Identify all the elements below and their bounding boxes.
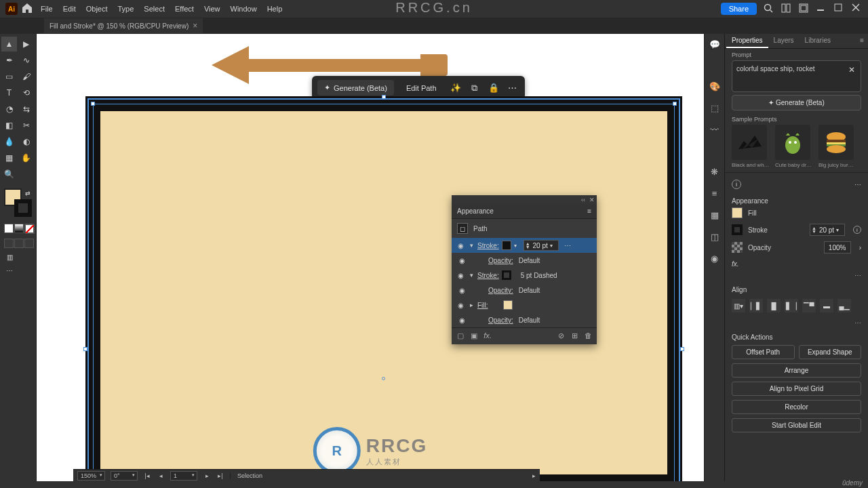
visibility-icon[interactable]: ◉ (456, 302, 465, 309)
duplicate-item-icon[interactable]: ⊞ (570, 331, 579, 341)
draw-inside-icon[interactable] (24, 239, 34, 248)
direct-selection-tool[interactable]: ▶ (18, 37, 34, 52)
arrange-button[interactable]: Arrange (732, 363, 861, 378)
zoom-tool[interactable]: 🔍 (1, 167, 17, 182)
tab-properties[interactable]: Properties (726, 34, 768, 48)
color-mode-solid[interactable] (4, 224, 14, 233)
symbols-panel-icon[interactable]: ❋ (709, 165, 721, 178)
canvas[interactable]: ✦Generate (Beta) Edit Path ✨ ⧉ 🔒 ⋯ (37, 34, 704, 481)
tab-layers[interactable]: Layers (768, 34, 800, 48)
prop-stroke-row[interactable]: Stroke ▲▼ ▾ i (732, 221, 861, 239)
document-tab[interactable]: Fill and Stroke* @ 150 % (RGB/CPU Previe… (44, 18, 203, 33)
curvature-tool[interactable]: ∿ (18, 53, 34, 68)
menu-object[interactable]: Object (86, 5, 108, 13)
prompt-input[interactable]: colorful space ship, rocket ✕ (732, 60, 861, 92)
tab-libraries[interactable]: Libraries (800, 34, 836, 48)
last-artboard-icon[interactable]: ▸| (216, 472, 224, 479)
type-tool[interactable]: T (1, 85, 17, 100)
weight-dropdown-icon[interactable]: ▾ (550, 243, 557, 249)
row-more-icon[interactable]: ⋯ (564, 242, 571, 249)
expand-shape-button[interactable]: Expand Shape (799, 345, 862, 359)
maximize-icon[interactable] (834, 3, 845, 14)
align-vcenter-icon[interactable]: ▬ (820, 299, 833, 312)
stroke-color-swatch[interactable] (14, 199, 32, 217)
more-dots-icon[interactable]: ⋯ (854, 181, 861, 188)
generate-beta-button[interactable]: ✦ Generate (Beta) (732, 95, 861, 110)
selection-handle[interactable] (83, 347, 87, 351)
menu-type[interactable]: Type (118, 5, 134, 13)
menu-help[interactable]: Help (267, 5, 283, 13)
lock-icon[interactable]: 🔒 (487, 81, 500, 95)
stroke-label[interactable]: Stroke: (477, 272, 499, 279)
rectangle-tool[interactable]: ▭ (1, 69, 17, 84)
minimize-icon[interactable] (816, 3, 827, 14)
stroke-color-swatch[interactable] (502, 241, 511, 250)
panel-close-icon[interactable]: ✕ (589, 197, 595, 203)
align-more-icon[interactable]: ⋯ (732, 318, 861, 328)
fill-stroke-control[interactable]: ⇄ (4, 188, 32, 217)
offset-path-button[interactable]: Offset Path (732, 345, 795, 359)
screen-mode-icon[interactable]: ▥ (4, 253, 15, 263)
stroke-weight-input[interactable] (817, 226, 836, 234)
retype-icon[interactable]: ✨ (449, 81, 462, 95)
add-effect-icon[interactable]: fx. (483, 331, 492, 341)
selection-handle[interactable] (91, 102, 95, 106)
appearance-stroke2-opacity[interactable]: ◉ Opacity: Default (452, 283, 597, 298)
selection-handle[interactable] (382, 95, 386, 99)
more-icon[interactable]: ⋯ (506, 81, 519, 95)
fill-color-swatch[interactable] (503, 300, 513, 310)
stroke-weight-input[interactable] (531, 242, 550, 249)
comments-icon[interactable]: 💬 (709, 38, 721, 50)
appearance-stroke-row-1[interactable]: ◉ ▾ Stroke: ▾ ▲▼ ▾ ⋯ (452, 238, 597, 253)
menu-edit[interactable]: Edit (63, 5, 76, 13)
align-left-icon[interactable]: ▏▋ (749, 299, 763, 312)
draw-behind-icon[interactable] (14, 239, 24, 248)
visibility-icon[interactable]: ◉ (456, 242, 465, 249)
align-top-icon[interactable]: ▔▀ (802, 299, 816, 312)
eyedropper-tool[interactable]: 💧 (1, 134, 17, 149)
align-to-select[interactable]: ▥▾ (732, 299, 745, 312)
global-edit-button[interactable]: Start Global Edit (732, 418, 861, 432)
gradient-panel-icon[interactable]: ▦ (709, 209, 721, 221)
color-mode-gradient[interactable] (14, 224, 24, 233)
artboard-tool[interactable]: ▦ (1, 150, 17, 165)
sample-prompt-3[interactable]: Big juicy burger... (818, 125, 856, 168)
menu-select[interactable]: Select (144, 5, 165, 13)
opacity-expand-icon[interactable]: › (859, 244, 861, 251)
expand-icon[interactable]: ▾ (468, 242, 475, 249)
stroke-info-icon[interactable]: i (853, 226, 861, 234)
first-artboard-icon[interactable]: |◂ (143, 472, 151, 479)
color-dropdown-icon[interactable]: ▾ (514, 243, 521, 249)
appearance-panel-icon[interactable]: ◉ (709, 252, 721, 264)
scissors-tool[interactable]: ✂ (18, 118, 34, 133)
generate-button[interactable]: ✦Generate (Beta) (317, 80, 394, 96)
visibility-icon[interactable]: ◉ (457, 317, 467, 324)
align-right-icon[interactable]: ▋▕ (785, 299, 798, 312)
align-bottom-icon[interactable]: ▄▁ (837, 299, 851, 312)
width-tool[interactable]: ⇆ (18, 102, 34, 117)
selection-handle[interactable] (673, 102, 677, 106)
fx-row[interactable]: fx. (732, 256, 861, 270)
selection-tool[interactable]: ▲ (1, 37, 17, 52)
sample-prompt-2[interactable]: Cute baby drag... (775, 125, 813, 168)
swatches-panel-icon[interactable]: ⬚ (709, 102, 721, 114)
sample-prompt-1[interactable]: Black and white... (732, 125, 770, 168)
opacity-swatch[interactable] (732, 242, 743, 253)
stroke-weight-stepper[interactable]: ▲▼ ▾ (524, 240, 559, 251)
draw-normal-icon[interactable] (4, 239, 14, 248)
appearance-stroke-row-2[interactable]: ◉ ▾ Stroke: 5 pt Dashed (452, 268, 597, 283)
opacity-label[interactable]: Opacity: (488, 257, 513, 264)
menu-effect[interactable]: Effect (175, 5, 194, 13)
opacity-label[interactable]: Opacity: (488, 317, 513, 324)
panel-menu-icon[interactable]: ≡ (856, 34, 868, 48)
close-icon[interactable] (852, 3, 863, 14)
new-fill-icon[interactable]: ▣ (469, 331, 479, 341)
prop-fill-row[interactable]: Fill (732, 205, 861, 221)
stroke-swatch[interactable] (732, 224, 743, 235)
prompt-clear-icon[interactable]: ✕ (848, 65, 855, 75)
tab-close-icon[interactable]: × (193, 21, 197, 30)
panel-menu-icon[interactable]: ≡ (587, 207, 591, 215)
paintbrush-tool[interactable]: 🖌 (18, 69, 34, 84)
align-pixel-grid-button[interactable]: Align to Pixel Grid (732, 382, 861, 396)
shape-builder-tool[interactable]: ◔ (1, 102, 17, 117)
